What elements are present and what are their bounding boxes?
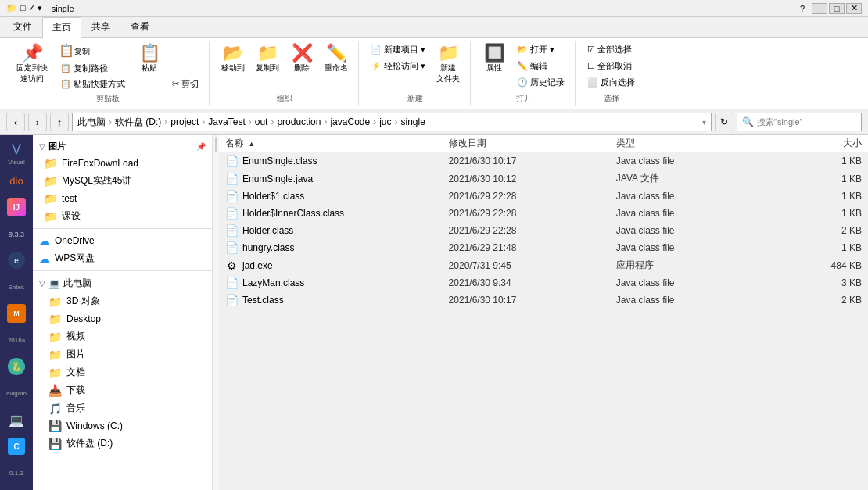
help-button[interactable]: ? [794, 3, 810, 14]
sidebar-item-3dobjects[interactable]: 📁 3D 对象 [33, 292, 212, 310]
edit-button[interactable]: ✏️ 编辑 [513, 59, 569, 73]
tab-home[interactable]: 主页 [42, 17, 81, 38]
properties-button[interactable]: 🔲 属性 [479, 42, 510, 76]
table-row[interactable]: 📄 Holder.class 2021/6/29 22:28 Java clas… [219, 222, 868, 239]
sidebar-item-software-d[interactable]: 💾 软件盘 (D:) [33, 435, 212, 452]
header-size[interactable]: 大小 [784, 137, 862, 150]
file-size: 2 KB [784, 225, 862, 236]
sidebar-item-test[interactable]: 📁 test [33, 190, 212, 207]
scrollbar-thumb[interactable] [215, 137, 217, 152]
select-none-button[interactable]: ☐ 全部取消 [583, 59, 639, 73]
up-button[interactable]: ↑ [50, 113, 69, 131]
file-type: Java class file [616, 277, 784, 288]
delete-button[interactable]: ❌ 删除 [286, 42, 317, 76]
sidebar-item-windows-c[interactable]: 💾 Windows (C:) [33, 417, 212, 435]
eclipse-icon-item[interactable]: e [2, 249, 30, 272]
tab-view[interactable]: 查看 [120, 16, 160, 37]
table-row[interactable]: 📄 hungry.class 2021/6/29 21:48 Java clas… [219, 239, 868, 256]
easy-access-button[interactable]: ⚡ 轻松访问 ▾ [367, 59, 429, 73]
file-size: 1 KB [784, 173, 862, 184]
table-row[interactable]: 📄 EnumSingle.class 2021/6/30 10:17 Java … [219, 152, 868, 170]
cut-button[interactable]: ✂ 剪切 [168, 77, 203, 91]
rename-button[interactable]: ✏️ 重命名 [321, 42, 352, 76]
ribbon-tabs: 文件 主页 共享 查看 [0, 17, 868, 38]
matlab-icon-item[interactable]: M [2, 302, 30, 325]
minimize-button[interactable]: ─ [812, 3, 827, 14]
open-button[interactable]: 📂 打开 ▾ [513, 42, 569, 57]
sidebar-item-downloads[interactable]: 📥 下载 [33, 381, 212, 399]
sidebar-item-pictures[interactable]: 📁 图片 [33, 345, 212, 363]
cloud-icon-2: ☁ [39, 252, 50, 265]
sidebar-scrollbar[interactable] [213, 135, 219, 490]
dio-icon-item[interactable]: dio [2, 169, 30, 192]
charm2-icon-item[interactable]: 0.1.3 [2, 461, 30, 485]
sidebar-item-onedrive[interactable]: ☁ OneDrive [33, 232, 212, 249]
invert-selection-button[interactable]: ⬜ 反向选择 [583, 75, 639, 90]
select-all-button[interactable]: ☑ 全部选择 [583, 42, 639, 57]
invert-icon: ⬜ [587, 77, 598, 88]
matlab2-icon-item[interactable]: 2018a [2, 328, 30, 352]
sidebar-item-wpsdisk[interactable]: ☁ WPS网盘 [33, 249, 212, 267]
sidebar-label-documents: 文档 [66, 366, 85, 379]
sidebar-item-firefoxdownload[interactable]: 📁 FireFoxDownLoad [33, 155, 212, 172]
pc-collapse-arrow[interactable]: ▽ [39, 279, 45, 288]
anaconda-icon-item[interactable]: 🐍 [2, 355, 30, 378]
visual-icon-item[interactable]: V Visual [2, 141, 30, 166]
forward-button[interactable]: › [28, 113, 47, 131]
header-date[interactable]: 修改日期 [449, 137, 616, 150]
close-button[interactable]: ✕ [846, 3, 862, 14]
sidebar-item-music[interactable]: 🎵 音乐 [33, 399, 212, 417]
collapse-arrow[interactable]: ▽ [39, 142, 45, 151]
paste-shortcut-button[interactable]: 📋 粘贴快捷方式 [56, 77, 129, 91]
pc-icon-item[interactable]: 💻 [2, 408, 30, 431]
history-button[interactable]: 🕐 历史记录 [513, 75, 569, 90]
ij2-icon-item[interactable]: 9.3.3 [2, 222, 30, 245]
new-folder-button[interactable]: 📁 新建文件夹 [432, 42, 464, 87]
table-row[interactable]: 📄 Holder$InnerClass.class 2021/6/29 22:2… [219, 205, 868, 222]
sidebar-item-documents[interactable]: 📁 文档 [33, 363, 212, 381]
search-input[interactable] [757, 117, 856, 127]
table-row[interactable]: 📄 EnumSingle.java 2021/6/30 10:12 JAVA 文… [219, 170, 868, 188]
back-button[interactable]: ‹ [6, 113, 25, 131]
copy-button[interactable]: 📋 复制 [55, 42, 131, 59]
table-row[interactable]: ⚙ jad.exe 2020/7/31 9:45 应用程序 484 KB [219, 256, 868, 274]
copy-path-button[interactable]: 📋 复制路径 [56, 61, 129, 76]
address-bar[interactable]: 此电脑 › 软件盘 (D:) › project › JavaTest › ou… [72, 113, 712, 131]
table-row[interactable]: 📄 LazyMan.class 2021/6/30 9:34 Java clas… [219, 274, 868, 291]
ribbon-group-new: 📄 新建项目 ▾ ⚡ 轻松访问 ▾ 📁 新建文件夹 新建 [360, 41, 471, 106]
copy-to-button[interactable]: 📁 复制到 [252, 42, 283, 76]
charm-icon-item[interactable]: C [2, 435, 30, 458]
move-to-button[interactable]: 📂 移动到 [217, 42, 249, 76]
sidebar-item-desktop[interactable]: 📁 Desktop [33, 310, 212, 327]
table-row[interactable]: 📄 Holder$1.class 2021/6/29 22:28 Java cl… [219, 188, 868, 205]
maximize-button[interactable]: □ [829, 3, 845, 14]
new-item-icon: 📄 [371, 45, 382, 55]
open-icon: 📂 [517, 45, 528, 55]
ribbon-group-open: 🔲 属性 📂 打开 ▾ ✏️ 编辑 🕐 历史记录 打开 [472, 41, 576, 106]
address-part-production: production [277, 116, 321, 127]
table-row[interactable]: 📄 Test.class 2021/6/30 10:17 Java class … [219, 291, 868, 309]
intellij-icon-item[interactable]: IJ [2, 195, 30, 219]
enter-icon-item[interactable]: Enter. [2, 275, 30, 299]
refresh-button[interactable]: ↻ [715, 113, 733, 131]
search-box[interactable]: 🔍 [737, 113, 862, 131]
ribbon-group-clipboard: 📌 固定到快速访问 📋 复制 📋 复制路径 📋 粘贴快捷方式 [6, 41, 210, 106]
sidebar-item-video[interactable]: 📁 视频 [33, 327, 212, 345]
address-sep-1: › [109, 116, 112, 127]
address-dropdown-arrow[interactable]: ▾ [702, 118, 706, 127]
tab-share[interactable]: 共享 [81, 16, 120, 37]
pin-to-quick-access-button[interactable]: 📌 固定到快速访问 [13, 42, 52, 87]
paste-button[interactable]: 📋 粘贴 [134, 42, 165, 76]
address-part-javatest: JavaTest [208, 116, 245, 127]
pin-sidebar-icon[interactable]: 📌 [196, 142, 206, 151]
navigator-icon-item[interactable]: avigato [2, 381, 30, 405]
new-item-button[interactable]: 📄 新建项目 ▾ [367, 42, 429, 57]
folder-icon-1: 📁 [44, 157, 57, 170]
header-name[interactable]: 名称 ▲ [225, 137, 449, 150]
sidebar-item-keshej[interactable]: 📁 课设 [33, 207, 212, 225]
select-label: 选择 [604, 93, 619, 104]
address-sep-5: › [271, 116, 274, 127]
tab-file[interactable]: 文件 [3, 16, 42, 37]
sidebar-item-mysql[interactable]: 📁 MySQL实战45讲 [33, 172, 212, 190]
header-type[interactable]: 类型 [616, 137, 784, 150]
